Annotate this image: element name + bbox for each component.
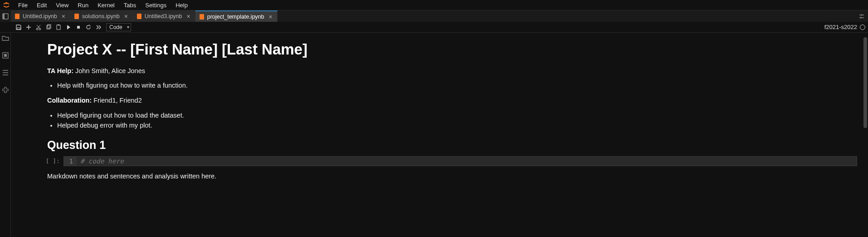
svg-rect-4 (74, 14, 79, 19)
svg-rect-3 (15, 14, 20, 19)
menu-tabs[interactable]: Tabs (119, 1, 141, 10)
markdown-notes: Markdown notes and sentences and analysi… (47, 172, 696, 181)
svg-point-9 (39, 28, 41, 30)
svg-rect-2 (3, 14, 5, 19)
code-input[interactable]: 1 # code here (63, 156, 857, 166)
menu-settings[interactable]: Settings (141, 1, 171, 10)
tab-project-template[interactable]: project_template.ipynb × (195, 10, 278, 22)
save-button[interactable] (14, 22, 24, 32)
restart-button[interactable] (83, 22, 93, 32)
tab-label: project_template.ipynb (207, 14, 264, 20)
folder-icon[interactable] (2, 35, 9, 42)
sidebar-toggle[interactable] (0, 10, 11, 22)
markdown-cell[interactable]: Project X -- [First Name] [Last Name] TA… (47, 41, 696, 152)
svg-rect-16 (4, 54, 7, 57)
notebook-icon (137, 14, 142, 19)
page-title: Project X -- [First Name] [Last Name] (47, 41, 696, 58)
list-item: Help with figuring out how to write a fu… (57, 80, 696, 90)
cell-type-select[interactable]: Code (106, 23, 131, 31)
code-text[interactable]: # code here (77, 157, 127, 166)
svg-rect-12 (57, 25, 60, 30)
markdown-cell[interactable]: Markdown notes and sentences and analysi… (47, 172, 696, 181)
input-prompt: [ ]: (32, 156, 63, 164)
close-icon[interactable]: × (124, 13, 128, 20)
tab-untitled3[interactable]: Untitled3.ipynb × (133, 10, 195, 22)
menu-view[interactable]: View (51, 1, 73, 10)
svg-rect-10 (47, 25, 50, 29)
activity-bar (0, 33, 11, 237)
collaboration-line: Collaboration: Friend1, Friend2 (47, 96, 696, 105)
paste-button[interactable] (54, 22, 63, 32)
run-all-button[interactable] (93, 22, 103, 32)
extensions-icon[interactable] (2, 86, 9, 94)
notebook-icon (199, 14, 205, 20)
menu-run[interactable]: Run (73, 1, 93, 10)
menu-help[interactable]: Help (171, 1, 192, 10)
notebook-icon (74, 14, 79, 19)
svg-rect-11 (48, 25, 51, 28)
jupyter-logo-icon (3, 1, 11, 9)
notebook-icon (15, 14, 20, 19)
code-cell[interactable]: [ ]: 1 # code here (32, 156, 857, 166)
svg-rect-5 (137, 14, 141, 19)
cut-button[interactable] (34, 22, 44, 32)
menubar: File Edit View Run Kernel Tabs Settings … (0, 0, 868, 10)
run-button[interactable] (63, 22, 73, 32)
svg-rect-14 (77, 26, 80, 29)
svg-rect-13 (58, 25, 59, 25)
scrollbar[interactable] (863, 37, 867, 128)
ta-help-line: TA Help: John Smith, Alice Jones (47, 66, 696, 76)
notebook-panel[interactable]: Project X -- [First Name] [Last Name] TA… (11, 33, 868, 237)
running-icon[interactable] (2, 52, 9, 59)
menu-kernel[interactable]: Kernel (93, 1, 119, 10)
list-item: Helped figuring out how to load the data… (57, 110, 696, 120)
tab-solutions[interactable]: solutions.ipynb × (70, 10, 133, 22)
svg-rect-6 (200, 14, 204, 20)
menu-file[interactable]: File (14, 1, 32, 10)
notebook-toolbar: Code f2021-s2022 (0, 22, 868, 33)
kernel-status-icon[interactable] (860, 25, 865, 30)
tab-label: Untitled3.ipynb (145, 13, 182, 20)
stop-button[interactable] (73, 22, 83, 32)
line-number: 1 (64, 157, 77, 166)
add-cell-button[interactable] (24, 22, 34, 32)
close-icon[interactable]: × (62, 13, 65, 20)
copy-button[interactable] (44, 22, 54, 32)
close-icon[interactable]: × (269, 14, 273, 20)
kernel-name[interactable]: f2021-s2022 (824, 24, 857, 30)
svg-point-8 (36, 28, 38, 30)
tab-label: Untitled.ipynb (23, 13, 57, 20)
list-item: Helped debug error with my plot. (57, 120, 696, 130)
settings-icon[interactable] (855, 10, 868, 22)
tab-bar: Untitled.ipynb × solutions.ipynb × Untit… (0, 10, 868, 22)
question-heading: Question 1 (47, 138, 696, 152)
menu-edit[interactable]: Edit (32, 1, 51, 10)
toc-icon[interactable] (2, 69, 9, 76)
tab-label: solutions.ipynb (82, 13, 120, 20)
tab-untitled[interactable]: Untitled.ipynb × (11, 10, 70, 22)
close-icon[interactable]: × (187, 13, 190, 20)
